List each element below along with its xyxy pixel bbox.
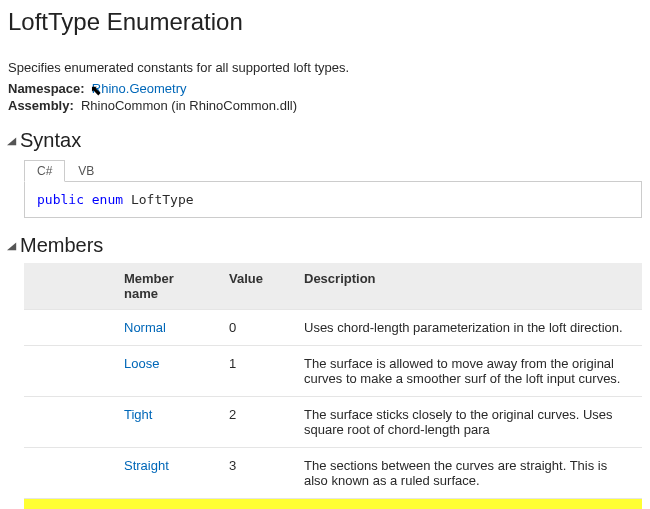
code-keyword-enum: enum	[92, 192, 123, 207]
member-description: The surface sticks closely to the origin…	[294, 397, 642, 448]
table-row: Normal0Uses chord-length parameterizatio…	[24, 310, 642, 346]
members-header[interactable]: ◢ Members	[8, 234, 642, 257]
member-value: 2	[219, 397, 294, 448]
type-description: Specifies enumerated constants for all s…	[8, 60, 642, 75]
member-name-text: Straight	[124, 458, 169, 473]
collapse-icon: ◢	[7, 135, 17, 146]
member-value: 1	[219, 346, 294, 397]
col-description-header: Description	[294, 263, 642, 310]
members-table: Member name Value Description Normal0Use…	[24, 263, 642, 509]
member-name-text: Loose	[124, 356, 159, 371]
syntax-header[interactable]: ◢ Syntax	[8, 129, 642, 152]
assembly-label: Assembly:	[8, 98, 74, 113]
member-icon-cell	[24, 499, 114, 510]
tab-vb[interactable]: VB	[65, 160, 107, 182]
member-value: 4	[219, 499, 294, 510]
code-type-name: LoftType	[131, 192, 194, 207]
member-value: 3	[219, 448, 294, 499]
col-name-header: Member name	[114, 263, 219, 310]
namespace-label: Namespace:	[8, 81, 85, 96]
code-sample: public enum LoftType	[24, 181, 642, 218]
tab-csharp[interactable]: C#	[24, 160, 65, 182]
namespace-link[interactable]: Rhino.Geometry	[92, 81, 187, 96]
member-name: Normal	[114, 310, 219, 346]
member-description: The surface is allowed to move away from…	[294, 346, 642, 397]
table-row: Developable4Obsolete, do not use.	[24, 499, 642, 510]
code-keyword-public: public	[37, 192, 84, 207]
member-description: Uses chord-length parameterization in th…	[294, 310, 642, 346]
member-name-text: Tight	[124, 407, 152, 422]
col-icon-header	[24, 263, 114, 310]
table-row: Loose1The surface is allowed to move awa…	[24, 346, 642, 397]
member-description: Obsolete, do not use.	[294, 499, 642, 510]
member-icon-cell	[24, 346, 114, 397]
member-name: Developable	[114, 499, 219, 510]
member-name: Tight	[114, 397, 219, 448]
syntax-heading: Syntax	[20, 129, 81, 152]
assembly-line: Assembly: RhinoCommon (in RhinoCommon.dl…	[8, 98, 642, 113]
table-row: Tight2The surface sticks closely to the …	[24, 397, 642, 448]
member-icon-cell	[24, 397, 114, 448]
page-title: LoftType Enumeration	[8, 8, 642, 36]
member-name: Loose	[114, 346, 219, 397]
table-row: Straight3The sections between the curves…	[24, 448, 642, 499]
member-icon-cell	[24, 448, 114, 499]
language-tabs: C# VB	[24, 160, 642, 182]
member-name-text: Normal	[124, 320, 166, 335]
member-icon-cell	[24, 310, 114, 346]
member-name: Straight	[114, 448, 219, 499]
member-description: The sections between the curves are stra…	[294, 448, 642, 499]
collapse-icon: ◢	[7, 240, 17, 251]
namespace-line: Namespace: Rhino.Geometry	[8, 81, 642, 96]
member-value: 0	[219, 310, 294, 346]
members-heading: Members	[20, 234, 103, 257]
col-value-header: Value	[219, 263, 294, 310]
assembly-value: RhinoCommon (in RhinoCommon.dll)	[81, 98, 297, 113]
